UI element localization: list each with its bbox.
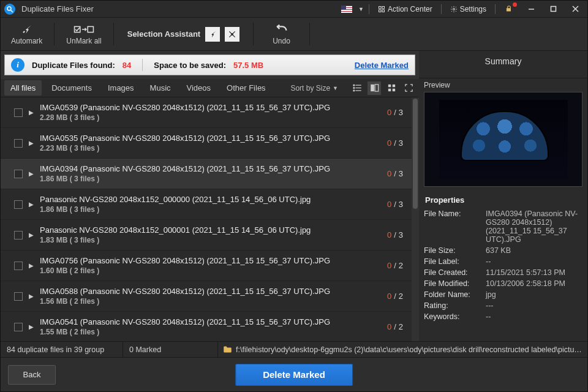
scrollbar-track[interactable] [412,97,419,341]
group-list: ▶IMGA0539 (Panasonic NV-GS280 2048x1512)… [1,97,419,341]
group-row[interactable]: ▶IMGA0539 (Panasonic NV-GS280 2048x1512)… [1,97,412,128]
view-list-icon[interactable] [350,81,364,95]
property-value: 10/13/2006 2:58:18 PM [486,279,582,288]
svg-point-6 [453,8,454,10]
group-checkbox[interactable] [14,108,23,117]
fullscreen-icon[interactable] [402,81,415,95]
view-detail-icon[interactable] [368,81,381,95]
group-count: 0/3 [387,108,403,117]
group-row[interactable]: ▶IMGA0588 (Panasonic NV-GS280 2048x1512)… [1,281,412,312]
unmark-icon [74,23,94,36]
svg-rect-22 [375,85,379,91]
maximize-button[interactable] [545,2,562,16]
action-center-link[interactable]: Action Center [374,5,436,13]
group-meta: 2.23 MB ( 3 files ) [40,144,381,153]
app-icon [4,4,15,15]
group-meta: 2.28 MB ( 3 files ) [40,113,381,122]
back-button[interactable]: Back [8,365,56,385]
undo-button[interactable]: Undo [257,19,306,49]
svg-point-18 [353,85,354,86]
group-checkbox[interactable] [14,231,23,239]
summary-panel: Summary Preview Properties File Name:IMG… [419,51,587,341]
expand-icon[interactable]: ▶ [29,109,34,116]
tab-other-files[interactable]: Other Files [221,80,272,96]
delete-marked-link[interactable]: Delete Marked [355,61,409,70]
property-key: File Size: [424,246,482,255]
property-value: 11/15/2021 5:57:13 PM [486,268,582,277]
group-name: IMGA0541 (Panasonic NV-GS280 2048x1512) … [40,317,381,326]
unmark-all-button[interactable]: UnMark all [58,19,109,49]
svg-rect-5 [382,10,385,12]
delete-marked-button[interactable]: Delete Marked [235,364,353,386]
expand-icon[interactable]: ▶ [29,262,34,269]
group-count: 0/2 [387,261,403,270]
svg-rect-2 [379,6,381,9]
svg-point-20 [353,90,354,91]
expand-icon[interactable]: ▶ [29,170,34,177]
tab-documents[interactable]: Documents [45,80,98,96]
group-name: IMGA0394 (Panasonic NV-GS280 2048x1512) … [40,164,381,173]
svg-point-19 [353,88,354,89]
group-row[interactable]: ▶IMGA0394 (Panasonic NV-GS280 2048x1512)… [1,159,412,189]
status-path: f:\filehistory\ody\desktop-6ggmu2s (2)\d… [218,345,587,354]
chevron-down-icon: ▼ [333,85,338,91]
group-meta: 1.55 MB ( 2 files ) [40,328,381,336]
group-row[interactable]: ▶IMGA0541 (Panasonic NV-GS280 2048x1512)… [1,312,412,341]
expand-icon[interactable]: ▶ [29,201,34,208]
flag-icon[interactable] [341,6,352,13]
svg-rect-7 [507,8,511,11]
tab-images[interactable]: Images [102,80,140,96]
property-value: --- [486,301,582,310]
property-row: File Name:IMGA0394 (Panasonic NV-GS280 2… [419,208,587,245]
tab-music[interactable]: Music [144,80,177,96]
group-name: IMGA0756 (Panasonic NV-GS280 2048x1512) … [40,256,381,265]
group-row[interactable]: ▶IMGA0535 (Panasonic NV-GS280 2048x1512)… [1,128,412,159]
group-checkbox[interactable] [14,170,23,178]
settings-link[interactable]: Settings [447,5,490,13]
group-checkbox[interactable] [14,200,23,209]
expand-icon[interactable]: ▶ [29,232,34,238]
property-value: -- [486,312,582,321]
group-checkbox[interactable] [14,323,23,331]
group-name: Panasonic NV-GS280 2048x1152_000001 (202… [40,225,381,235]
sa-tool-button[interactable] [205,27,220,42]
expand-icon[interactable]: ▶ [29,323,34,330]
group-row[interactable]: ▶IMGA0756 (Panasonic NV-GS280 2048x1512)… [1,251,412,281]
property-key: Rating: [424,301,482,310]
group-row[interactable]: ▶Panasonic NV-GS280 2048x1152_000001 (20… [1,220,412,251]
svg-point-14 [232,33,233,34]
property-key: File Modified: [424,279,482,288]
svg-rect-25 [388,89,390,91]
tab-all-files[interactable]: All files [4,80,42,96]
sort-dropdown[interactable]: Sort by Size ▼ [290,84,338,92]
group-checkbox[interactable] [14,262,23,270]
svg-rect-13 [88,26,93,32]
svg-rect-24 [392,85,394,87]
expand-icon[interactable]: ▶ [29,140,34,146]
svg-rect-4 [379,10,381,12]
group-name: IMGA0535 (Panasonic NV-GS280 2048x1512) … [40,134,381,143]
selection-assistant: Selection Assistant [118,19,249,49]
scrollbar-thumb[interactable] [413,99,418,209]
property-value: IMGA0394 (Panasonic NV-GS280 2048x1512) … [486,209,582,244]
sa-settings-button[interactable] [225,27,239,42]
notifications-icon[interactable] [500,2,518,16]
property-value: jpg [486,290,582,299]
minimize-button[interactable] [522,2,540,16]
automark-button[interactable]: Automark [3,19,50,49]
close-button[interactable] [567,2,584,16]
group-row[interactable]: ▶Panasonic NV-GS280 2048x1152_000000 (20… [1,189,412,220]
tab-videos[interactable]: Videos [181,80,217,96]
property-row: Folder Name:jpg [419,289,587,300]
property-key: File Name: [424,209,482,244]
flag-dropdown[interactable]: ▼ [358,6,364,12]
expand-icon[interactable]: ▶ [29,293,34,300]
group-checkbox[interactable] [14,139,23,148]
bottom-bar: Back Delete Marked [1,357,587,391]
group-name: IMGA0588 (Panasonic NV-GS280 2048x1512) … [40,287,381,296]
property-row: Keywords:-- [419,311,587,322]
group-checkbox[interactable] [14,292,23,301]
group-count: 0/2 [387,292,403,301]
view-grid-icon[interactable] [385,81,398,95]
property-key: File Label: [424,257,482,266]
